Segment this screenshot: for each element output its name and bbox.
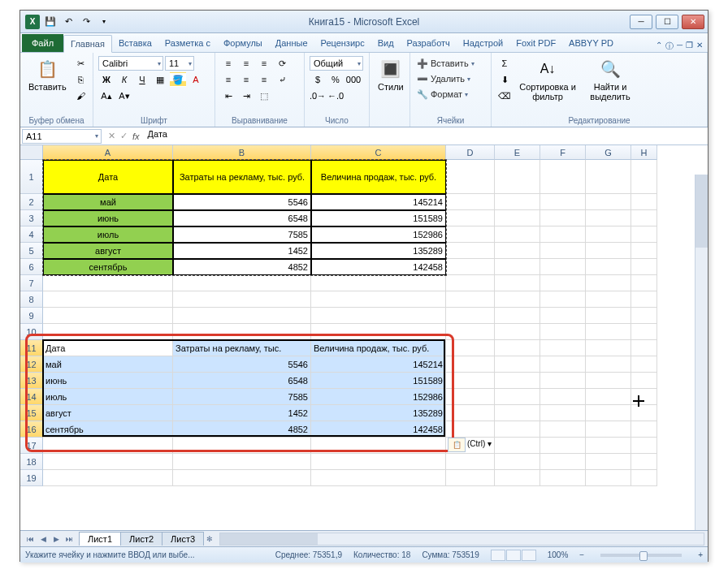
cell-A11[interactable]: Дата bbox=[43, 340, 173, 356]
cell-E13[interactable] bbox=[495, 373, 540, 389]
paste-button[interactable]: 📋 Вставить bbox=[25, 56, 70, 93]
align-right-icon[interactable]: ≡ bbox=[256, 72, 272, 87]
cell-A19[interactable] bbox=[43, 470, 173, 486]
save-icon[interactable]: 💾 bbox=[43, 15, 58, 29]
tab-insert[interactable]: Вставка bbox=[112, 34, 158, 52]
cell-D5[interactable] bbox=[446, 243, 495, 259]
cell-A8[interactable] bbox=[43, 291, 173, 308]
cell-C9[interactable] bbox=[311, 308, 446, 324]
zoom-in-icon[interactable]: + bbox=[698, 550, 703, 559]
increase-decimal-icon[interactable]: .0→ bbox=[310, 88, 326, 103]
cell-H16[interactable] bbox=[631, 421, 657, 438]
col-header-E[interactable]: E bbox=[495, 145, 540, 160]
cell-G11[interactable] bbox=[586, 340, 631, 356]
cell-A4[interactable]: июль bbox=[43, 226, 173, 243]
cell-D3[interactable] bbox=[446, 210, 495, 226]
row-header-1[interactable]: 1 bbox=[20, 160, 43, 194]
cell-F10[interactable] bbox=[540, 324, 586, 340]
cell-A16[interactable]: сентябрь bbox=[43, 421, 173, 438]
cell-C11[interactable]: Величина продаж, тыс. руб. bbox=[311, 340, 446, 356]
new-sheet-icon[interactable]: ✻ bbox=[203, 533, 216, 546]
cell-B11[interactable]: Затраты на рекламу, тыс. bbox=[173, 340, 311, 356]
cell-H2[interactable] bbox=[631, 194, 657, 210]
file-tab[interactable]: Файл bbox=[22, 34, 63, 52]
cell-B14[interactable]: 7585 bbox=[173, 389, 311, 405]
mdi-close-icon[interactable]: ✕ bbox=[696, 41, 703, 52]
fill-color-button[interactable]: 🪣 bbox=[170, 72, 186, 87]
col-header-A[interactable]: A bbox=[43, 145, 173, 160]
cell-H15[interactable] bbox=[631, 405, 657, 421]
maximize-button[interactable]: ☐ bbox=[656, 15, 678, 29]
number-format-combo[interactable]: Общий bbox=[310, 56, 363, 71]
cell-F12[interactable] bbox=[540, 356, 586, 373]
italic-button[interactable]: К bbox=[116, 72, 132, 87]
cell-G7[interactable] bbox=[586, 275, 631, 291]
cell-G19[interactable] bbox=[586, 470, 631, 486]
decrease-indent-icon[interactable]: ⇤ bbox=[220, 88, 236, 103]
shrink-font-icon[interactable]: A▾ bbox=[116, 88, 132, 103]
percent-icon[interactable]: % bbox=[327, 72, 344, 87]
minimize-button[interactable]: ─ bbox=[630, 15, 652, 29]
cell-B12[interactable]: 5546 bbox=[173, 356, 311, 373]
cell-D13[interactable] bbox=[446, 373, 495, 389]
comma-icon[interactable]: 000 bbox=[345, 72, 362, 87]
cell-B7[interactable] bbox=[173, 275, 311, 291]
row-header-10[interactable]: 10 bbox=[20, 324, 43, 340]
cell-F9[interactable] bbox=[540, 308, 586, 324]
cell-C16[interactable]: 142458 bbox=[311, 421, 446, 438]
cell-G13[interactable] bbox=[586, 373, 631, 389]
qat-customize-icon[interactable]: ▾ bbox=[97, 15, 111, 29]
insert-cells-button[interactable]: ➕Вставить bbox=[415, 56, 476, 71]
cell-H17[interactable] bbox=[631, 438, 657, 454]
copy-icon[interactable]: ⎘ bbox=[73, 72, 89, 87]
sheet-tab-3[interactable]: Лист3 bbox=[162, 532, 204, 546]
cell-F3[interactable] bbox=[540, 210, 586, 226]
tab-data[interactable]: Данные bbox=[269, 34, 314, 52]
mdi-restore-icon[interactable]: ❐ bbox=[686, 41, 693, 52]
cut-icon[interactable]: ✂ bbox=[73, 56, 89, 71]
row-header-3[interactable]: 3 bbox=[20, 210, 43, 226]
cell-C2[interactable]: 145214 bbox=[311, 194, 446, 210]
undo-icon[interactable]: ↶ bbox=[61, 15, 76, 29]
cell-H11[interactable] bbox=[631, 340, 657, 356]
row-header-11[interactable]: 11 bbox=[20, 340, 43, 356]
cell-A10[interactable] bbox=[43, 324, 173, 340]
cell-G9[interactable] bbox=[586, 308, 631, 324]
row-header-2[interactable]: 2 bbox=[20, 194, 43, 210]
format-painter-icon[interactable]: 🖌 bbox=[73, 88, 89, 103]
autosum-icon[interactable]: Σ bbox=[496, 56, 513, 71]
fill-icon[interactable]: ⬇ bbox=[496, 72, 513, 87]
cell-C12[interactable]: 145214 bbox=[311, 356, 446, 373]
cell-D14[interactable] bbox=[446, 389, 495, 405]
cell-D1[interactable] bbox=[446, 160, 495, 194]
tab-nav-first-icon[interactable]: ⏮ bbox=[24, 533, 37, 546]
row-header-13[interactable]: 13 bbox=[20, 373, 43, 389]
col-header-G[interactable]: G bbox=[586, 145, 631, 160]
cell-G8[interactable] bbox=[586, 291, 631, 308]
cell-E18[interactable] bbox=[495, 454, 540, 470]
align-bottom-icon[interactable]: ≡ bbox=[256, 56, 272, 71]
cell-H5[interactable] bbox=[631, 243, 657, 259]
cell-A2[interactable]: май bbox=[43, 194, 173, 210]
cell-F7[interactable] bbox=[540, 275, 586, 291]
cell-D9[interactable] bbox=[446, 308, 495, 324]
cell-G3[interactable] bbox=[586, 210, 631, 226]
cell-C1[interactable]: Величина продаж, тыс. руб. bbox=[311, 160, 446, 194]
grow-font-icon[interactable]: A▴ bbox=[98, 88, 115, 103]
cell-B18[interactable] bbox=[173, 454, 311, 470]
cell-D6[interactable] bbox=[446, 259, 495, 275]
row-header-6[interactable]: 6 bbox=[20, 259, 43, 275]
cell-F6[interactable] bbox=[540, 259, 586, 275]
cell-C19[interactable] bbox=[311, 470, 446, 486]
cell-G10[interactable] bbox=[586, 324, 631, 340]
cell-A1[interactable]: Дата bbox=[43, 160, 173, 194]
cell-H12[interactable] bbox=[631, 356, 657, 373]
cell-C5[interactable]: 135289 bbox=[311, 243, 446, 259]
cell-D11[interactable] bbox=[446, 340, 495, 356]
cell-B10[interactable] bbox=[173, 324, 311, 340]
cell-F1[interactable] bbox=[540, 160, 586, 194]
cell-H4[interactable] bbox=[631, 226, 657, 243]
cell-C14[interactable]: 152986 bbox=[311, 389, 446, 405]
decrease-decimal-icon[interactable]: ←.0 bbox=[327, 88, 344, 103]
cell-E1[interactable] bbox=[495, 160, 540, 194]
